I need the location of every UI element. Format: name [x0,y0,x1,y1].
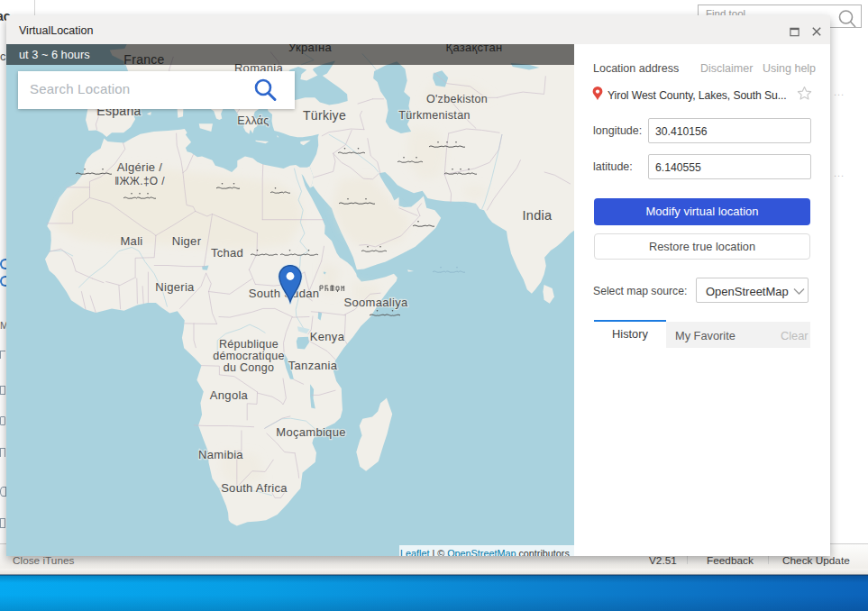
svg-text:démocratique: démocratique [213,350,284,362]
svg-text:Tanzania: Tanzania [288,359,338,372]
svg-text:Tchad: Tchad [211,246,243,260]
svg-text:Soomaaliya: Soomaaliya [344,296,408,309]
svg-text:Ελλάς: Ελλάς [237,114,269,127]
svg-text:Niger: Niger [172,234,202,248]
svg-text:du Congo: du Congo [224,361,275,374]
svg-text:South Africa: South Africa [221,481,288,495]
svg-text:Namibia: Namibia [198,448,243,461]
svg-text:Kenya: Kenya [310,330,345,343]
svg-text:ǁЖЖ.‡O /: ǁЖЖ.‡O / [114,175,165,187]
svg-text:Moçambique: Moçambique [276,425,345,439]
svg-text:Nigeria: Nigeria [155,280,195,294]
svg-text:India: India [523,208,553,223]
svg-text:Türkiye: Türkiye [303,108,346,123]
svg-text:Mali: Mali [120,234,142,248]
svg-text:Angola: Angola [210,388,249,402]
svg-text:Algérie /: Algérie / [117,160,162,174]
svg-text:République: République [219,338,279,351]
svg-text:O'zbekiston: O'zbekiston [426,93,488,105]
svg-text:Türkmenistan: Türkmenistan [398,109,470,122]
